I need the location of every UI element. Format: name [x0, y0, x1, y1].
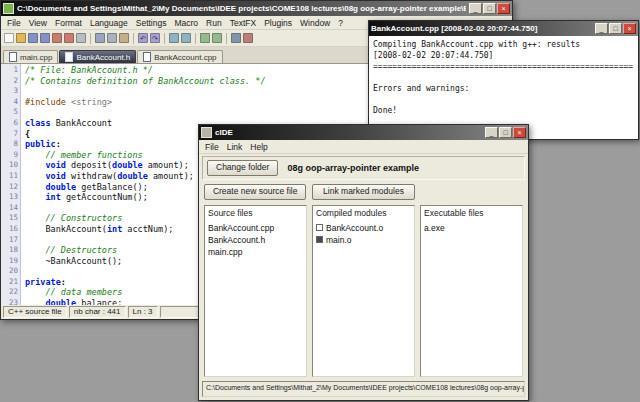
menu-item-file[interactable]: File: [3, 17, 25, 29]
output-titlebar[interactable]: BankAccount.cpp [2008-02-02 20:07:44.750…: [369, 21, 638, 36]
file-name: BankAccount.h: [208, 235, 265, 245]
maximize-button[interactable]: □: [609, 23, 622, 34]
undo-icon[interactable]: ↶: [138, 33, 148, 43]
menu-item-link[interactable]: Link: [223, 141, 247, 153]
menu-item-file[interactable]: File: [201, 141, 223, 153]
cide-titlebar[interactable]: cIDE _□×: [199, 125, 528, 140]
toolbar-separator: [164, 33, 165, 44]
line-number: 3: [1, 86, 18, 97]
menu-item-language[interactable]: Language: [86, 17, 132, 29]
list-item[interactable]: BankAccount.cpp: [205, 222, 306, 234]
line-number: 23: [1, 298, 18, 305]
tab-main.cpp[interactable]: main.cpp: [3, 50, 58, 63]
maximize-button[interactable]: □: [483, 3, 496, 14]
status-char-count: nb char : 441: [69, 306, 126, 318]
word-wrap-icon[interactable]: [231, 33, 241, 43]
line-number: 11: [1, 171, 18, 182]
save-all-icon[interactable]: [40, 33, 50, 43]
minimize-button[interactable]: _: [469, 3, 482, 14]
line-number: 19: [1, 256, 18, 267]
minimize-button[interactable]: _: [485, 127, 498, 138]
checkbox[interactable]: [316, 224, 323, 231]
menu-item-plugins[interactable]: Plugins: [260, 17, 296, 29]
zoom-in-icon[interactable]: [200, 33, 210, 43]
copy-icon[interactable]: [107, 33, 117, 43]
editor-window-title: C:\Documents and Settings\Mithat_2\My Do…: [17, 4, 466, 13]
record-macro-icon[interactable]: [243, 33, 253, 43]
editor-app-icon: [3, 3, 14, 14]
menu-item-settings[interactable]: Settings: [132, 17, 171, 29]
panel-compiled-modules: Compiled modulesBankAccount.omain.o: [312, 205, 415, 377]
find-icon[interactable]: [169, 33, 179, 43]
menu-item-run[interactable]: Run: [202, 17, 226, 29]
panel-executable-files: Executable filesa.exe: [420, 205, 523, 377]
close-button[interactable]: ×: [623, 23, 636, 34]
tab-label: main.cpp: [20, 53, 52, 62]
line-number: 1: [1, 65, 18, 76]
document-icon: [9, 52, 17, 62]
list-item[interactable]: BankAccount.h: [205, 234, 306, 246]
file-name: BankAccount.cpp: [208, 223, 274, 233]
new-file-icon[interactable]: [4, 33, 14, 43]
window-controls: _□×: [469, 3, 510, 14]
cide-app-icon: [201, 127, 212, 138]
editor-titlebar[interactable]: C:\Documents and Settings\Mithat_2\My Do…: [1, 1, 512, 16]
close-button[interactable]: ×: [513, 127, 526, 138]
panel-header: Executable files: [421, 206, 522, 222]
save-icon[interactable]: [28, 33, 38, 43]
cide-menubar: FileLinkHelp: [199, 140, 528, 154]
cut-icon[interactable]: [95, 33, 105, 43]
close-file-icon[interactable]: [52, 33, 62, 43]
link-marked-modules-button[interactable]: Link marked modules: [312, 184, 414, 200]
line-number: 8: [1, 139, 18, 150]
window-controls: _□×: [595, 23, 636, 34]
working-folder-path: C:\Documents and Settings\Mithat_2\My Do…: [206, 384, 525, 391]
toolbar-separator: [90, 33, 91, 44]
menu-item-textfx[interactable]: TextFX: [226, 17, 260, 29]
print-icon[interactable]: [76, 33, 86, 43]
line-number-gutter: 1234567891011121314151617181920212223: [1, 64, 21, 305]
menu-item-view[interactable]: View: [25, 17, 51, 29]
redo-icon[interactable]: ↷: [150, 33, 160, 43]
line-number: 4: [1, 97, 18, 108]
minimize-button[interactable]: _: [595, 23, 608, 34]
action-row-spacer: [421, 184, 523, 200]
line-number: 15: [1, 213, 18, 224]
change-folder-button[interactable]: Change folder: [207, 160, 278, 176]
menu-item-format[interactable]: Format: [51, 17, 86, 29]
zoom-out-icon[interactable]: [212, 33, 222, 43]
open-folder-icon[interactable]: [16, 33, 26, 43]
create-source-file-button[interactable]: Create new source file: [204, 184, 306, 200]
paste-icon[interactable]: [119, 33, 129, 43]
maximize-button[interactable]: □: [499, 127, 512, 138]
checkbox[interactable]: [316, 236, 323, 243]
line-number: 14: [1, 203, 18, 214]
list-item[interactable]: BankAccount.o: [313, 222, 414, 234]
line-number: 12: [1, 182, 18, 193]
line-number: 21: [1, 277, 18, 288]
replace-icon[interactable]: [181, 33, 191, 43]
list-item[interactable]: main.cpp: [205, 246, 306, 258]
line-number: 17: [1, 235, 18, 246]
panel-source-files: Source filesBankAccount.cppBankAccount.h…: [204, 205, 307, 377]
menu-item-macro[interactable]: Macro: [170, 17, 202, 29]
menu-item-window[interactable]: Window: [296, 17, 334, 29]
line-number: 6: [1, 118, 18, 129]
output-window: BankAccount.cpp [2008-02-02 20:07:44.750…: [368, 20, 639, 140]
toolbar-separator: [226, 33, 227, 44]
close-all-icon[interactable]: [64, 33, 74, 43]
document-icon: [143, 52, 151, 62]
tab-bankaccount.h[interactable]: BankAccount.h: [59, 50, 136, 63]
menu-item-help[interactable]: ?: [334, 17, 347, 29]
cide-window: cIDE _□× FileLinkHelp Change folder 08g …: [198, 124, 529, 401]
line-number: 10: [1, 160, 18, 171]
close-button[interactable]: ×: [497, 3, 510, 14]
line-number: 7: [1, 129, 18, 140]
line-number: 9: [1, 150, 18, 161]
tab-bankaccount.cpp[interactable]: BankAccount.cpp: [137, 50, 222, 63]
cide-statusbar: C:\Documents and Settings\Mithat_2\My Do…: [202, 381, 525, 397]
menu-item-help[interactable]: Help: [246, 141, 271, 153]
list-item[interactable]: a.exe: [421, 222, 522, 234]
list-item[interactable]: main.o: [313, 234, 414, 246]
file-name: main.cpp: [208, 247, 243, 257]
